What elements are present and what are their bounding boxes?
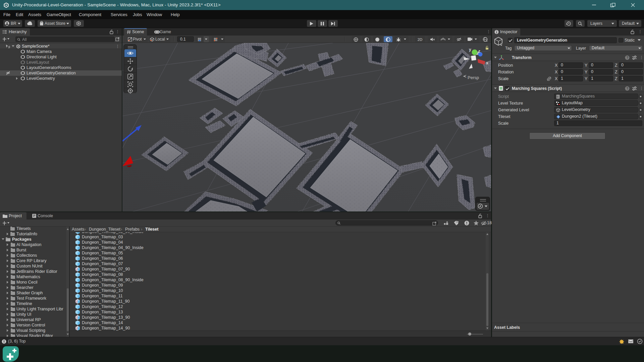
svg-text:z: z	[478, 49, 480, 54]
svg-text:x: x	[486, 61, 488, 65]
svg-text:y: y	[469, 47, 471, 52]
svg-text:?: ?	[626, 56, 628, 60]
svg-text:Persp: Persp	[468, 75, 479, 80]
svg-text:?: ?	[626, 87, 628, 90]
